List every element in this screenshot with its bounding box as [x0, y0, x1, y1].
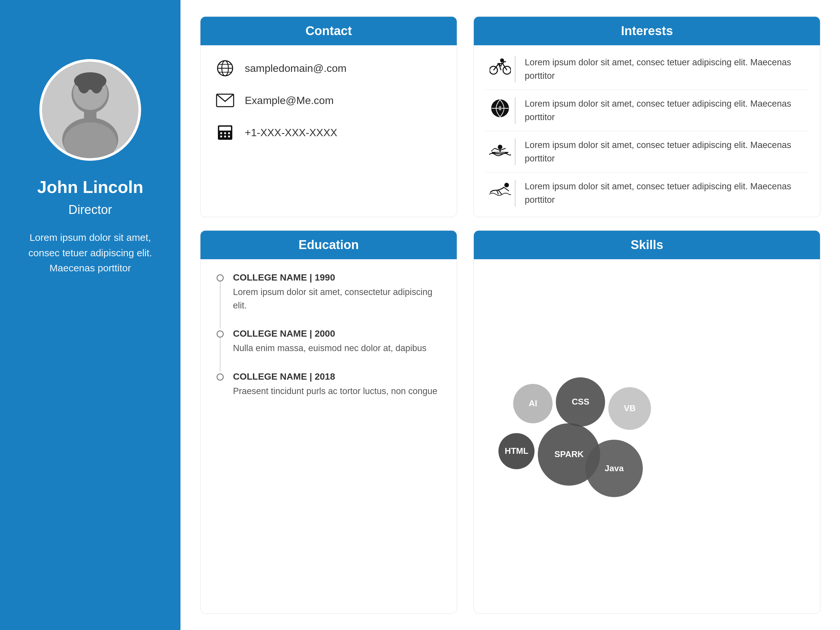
svg-point-21 — [224, 136, 226, 137]
contact-item-email: Example@Me.com — [215, 90, 442, 110]
interest-swimming-text: Lorem ipsum dolor sit amet, consec tetue… — [525, 180, 808, 206]
interest-rowing: Lorem ipsum dolor sit amet, consec tetue… — [485, 131, 808, 172]
email-icon — [215, 90, 235, 110]
svg-point-18 — [224, 132, 226, 134]
interest-divider-2 — [515, 97, 515, 124]
avatar-wrapper — [39, 59, 141, 161]
skill-bubble-ai: AI — [513, 384, 553, 423]
svg-rect-3 — [84, 110, 96, 121]
phone-icon — [215, 123, 235, 142]
bottom-row: Education COLLEGE NAME | 1990 Lorem ipsu… — [200, 231, 820, 614]
svg-line-45 — [497, 190, 499, 194]
edu-item-2018: COLLEGE NAME | 2018 Praesent tincidunt p… — [215, 371, 442, 414]
education-panel: Education COLLEGE NAME | 1990 Lorem ipsu… — [200, 231, 457, 614]
svg-point-17 — [220, 132, 222, 134]
edu-content-2: COLLEGE NAME | 2000 Nulla enim massa, eu… — [233, 328, 426, 371]
svg-line-40 — [491, 148, 494, 151]
edu-dot-1 — [216, 274, 224, 281]
edu-item-1990: COLLEGE NAME | 1990 Lorem ipsum dolor si… — [215, 272, 442, 328]
svg-point-37 — [498, 145, 502, 149]
contact-email-text: Example@Me.com — [245, 95, 334, 107]
skill-bubble-css: CSS — [556, 377, 605, 426]
top-row: Contact sampledomain@.com — [200, 16, 820, 217]
interest-basketball-text: Lorem ipsum dolor sit amet, consec tetue… — [525, 97, 808, 124]
sidebar: John Lincoln Director Lorem ipsum dolor … — [0, 0, 180, 630]
svg-point-26 — [500, 58, 504, 62]
svg-rect-16 — [219, 127, 231, 131]
edu-dot-2 — [216, 330, 224, 338]
sidebar-title: Director — [68, 203, 112, 217]
swimming-icon — [485, 180, 515, 197]
svg-point-42 — [504, 183, 509, 187]
avatar — [42, 62, 139, 158]
edu-desc-1: Lorem ipsum dolor sit amet, consectetur … — [233, 286, 442, 312]
contact-website-text: sampledomain@.com — [245, 62, 346, 74]
edu-timeline-2 — [215, 328, 225, 371]
interests-panel: Interests — [474, 16, 820, 217]
main-content: Contact sampledomain@.com — [180, 0, 840, 630]
interests-body: Lorem ipsum dolor sit amet, consec tetue… — [474, 45, 820, 217]
interest-divider-1 — [515, 56, 515, 82]
basketball-icon — [485, 97, 515, 118]
interest-cycling-text: Lorem ipsum dolor sit amet, consec tetue… — [525, 56, 808, 82]
interest-swimming: Lorem ipsum dolor sit amet, consec tetue… — [485, 172, 808, 214]
edu-item-2000: COLLEGE NAME | 2000 Nulla enim massa, eu… — [215, 328, 442, 371]
education-header: Education — [201, 231, 457, 259]
globe-icon — [215, 58, 235, 78]
svg-point-20 — [220, 136, 222, 137]
interest-divider-3 — [515, 139, 515, 165]
svg-line-44 — [499, 190, 502, 194]
edu-content-3: COLLEGE NAME | 2018 Praesent tincidunt p… — [233, 371, 437, 414]
contact-item-website: sampledomain@.com — [215, 58, 442, 78]
edu-desc-3: Praesent tincidunt purls ac tortor luctu… — [233, 385, 437, 398]
sidebar-name: John Lincoln — [37, 177, 144, 197]
bubbles-container: AICSSVBHTMLSPARKJava — [480, 368, 813, 505]
contact-header: Contact — [201, 17, 457, 45]
edu-desc-2: Nulla enim massa, euismod nec dolor at, … — [233, 341, 426, 355]
edu-line-1 — [220, 281, 221, 328]
interest-basketball: Lorem ipsum dolor sit amet, consec tetue… — [485, 90, 808, 131]
rowing-icon — [485, 139, 515, 158]
education-body: COLLEGE NAME | 1990 Lorem ipsum dolor si… — [201, 259, 457, 613]
cycling-icon — [485, 56, 515, 75]
skill-bubble-java: Java — [585, 440, 643, 497]
skills-panel: Skills AICSSVBHTMLSPARKJava — [474, 231, 820, 614]
interest-cycling: Lorem ipsum dolor sit amet, consec tetue… — [485, 49, 808, 90]
svg-line-27 — [501, 62, 502, 66]
svg-point-7 — [78, 75, 90, 93]
edu-content-1: COLLEGE NAME | 1990 Lorem ipsum dolor si… — [233, 272, 442, 328]
skill-bubble-html: HTML — [499, 433, 535, 469]
edu-title-1: COLLEGE NAME | 1990 — [233, 272, 442, 283]
edu-timeline-3 — [215, 371, 225, 414]
svg-line-43 — [504, 188, 509, 191]
edu-title-2: COLLEGE NAME | 2000 — [233, 328, 426, 339]
skills-header: Skills — [474, 231, 820, 259]
sidebar-bio: Lorem ipsum dolor sit amet, consec tetue… — [0, 230, 180, 276]
edu-timeline-1 — [215, 272, 225, 328]
svg-point-22 — [228, 136, 230, 137]
edu-line-2 — [220, 338, 221, 371]
interest-divider-4 — [515, 180, 515, 206]
edu-dot-3 — [216, 373, 224, 381]
contact-body: sampledomain@.com Example@Me.com — [201, 45, 457, 217]
skills-body: AICSSVBHTMLSPARKJava — [474, 259, 820, 613]
svg-point-19 — [228, 132, 230, 134]
svg-point-8 — [90, 75, 103, 93]
contact-panel: Contact sampledomain@.com — [200, 16, 457, 217]
skill-bubble-vb: VB — [608, 387, 651, 430]
contact-item-phone: +1-XXX-XXX-XXXX — [215, 123, 442, 142]
edu-title-3: COLLEGE NAME | 2018 — [233, 371, 437, 382]
interest-rowing-text: Lorem ipsum dolor sit amet, consec tetue… — [525, 139, 808, 165]
interests-header: Interests — [474, 17, 820, 45]
contact-phone-text: +1-XXX-XXX-XXXX — [245, 127, 337, 139]
